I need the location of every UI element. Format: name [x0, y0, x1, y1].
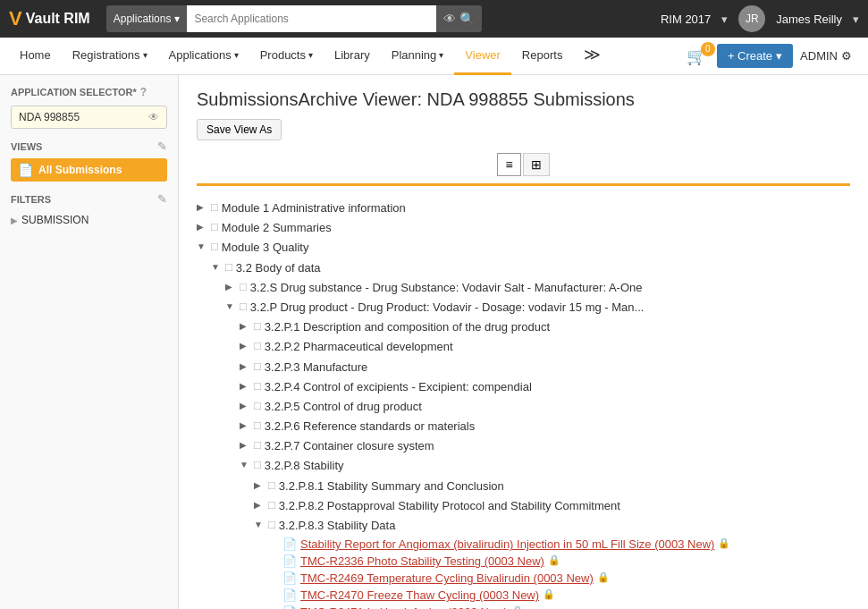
label-32p81: 3.2.P.8.1 Stability Summary and Conclusi…: [279, 478, 504, 495]
search-input[interactable]: [187, 5, 435, 32]
rim-version[interactable]: RIM 2017: [661, 13, 711, 26]
toggle-32[interactable]: ▼: [211, 262, 222, 272]
toggle-module2[interactable]: ▶: [197, 222, 207, 232]
tree-32p8[interactable]: ▼ □ 3.2.P.8 Stability: [197, 456, 850, 476]
tree-32p82[interactable]: ▶ □ 3.2.P.8.2 Postapproval Stability Pro…: [197, 496, 850, 516]
tree-32p1[interactable]: ▶ □ 3.2.P.1 Description and composition …: [197, 317, 850, 337]
cart-button[interactable]: 🛒 0: [676, 47, 717, 66]
toggle-module3[interactable]: ▼: [197, 241, 207, 251]
toggle-32p81[interactable]: ▶: [254, 480, 265, 490]
tree-32p7[interactable]: ▶ □ 3.2.P.7 Container closure system: [197, 436, 850, 456]
nav-more[interactable]: ≫: [573, 38, 611, 75]
label-32p: 3.2.P Drug product - Drug Product: Vodav…: [250, 300, 645, 316]
toggle-32p3[interactable]: ▶: [240, 361, 250, 371]
top-bar: V Vault RIM Applications ▾ 👁 🔍 RIM 2017 …: [0, 0, 868, 38]
link-pdf2[interactable]: TMC-R2336 Photo Stability Testing (0003 …: [300, 554, 544, 568]
nav-reports[interactable]: Reports: [511, 38, 574, 75]
views-header: VIEWS ✎: [11, 140, 167, 153]
toggle-32p82[interactable]: ▶: [254, 500, 265, 510]
nav-home[interactable]: Home: [9, 38, 62, 75]
tree-module2[interactable]: ▶ □ Module 2 Summaries: [197, 218, 850, 238]
create-caret: ▾: [776, 49, 782, 63]
nav-viewer[interactable]: Viewer: [454, 38, 511, 75]
toggle-32p4[interactable]: ▶: [240, 381, 250, 391]
admin-button[interactable]: ADMIN ⚙: [793, 49, 859, 63]
create-button[interactable]: + Create ▾: [717, 44, 793, 68]
tree-32p83[interactable]: ▼ □ 3.2.P.8.3 Stability Data: [197, 516, 850, 536]
tree-32p6[interactable]: ▶ □ 3.2.P.6 Reference standards or mater…: [197, 417, 850, 436]
views-edit-icon[interactable]: ✎: [157, 140, 167, 153]
eyeglass-icon[interactable]: 👁: [443, 12, 456, 26]
label-32p82: 3.2.P.8.2 Postapproval Stability Protoco…: [279, 498, 620, 514]
link-pdf1[interactable]: Stability Report for Angiomax (bivalirud…: [300, 537, 714, 551]
orange-divider: [197, 183, 850, 186]
tree-32p81[interactable]: ▶ □ 3.2.P.8.1 Stability Summary and Conc…: [197, 477, 850, 496]
link-pdf3[interactable]: TMC-R2469 Temperature Cycling Bivalirudi…: [300, 571, 594, 585]
search-type-label: Applications: [114, 13, 172, 25]
label-32: 3.2 Body of data: [236, 260, 321, 276]
toggle-32p6[interactable]: ▶: [240, 420, 250, 430]
app-selector-eye: 👁: [148, 111, 159, 123]
label-module2: Module 2 Summaries: [222, 220, 332, 236]
folder-32: □: [225, 260, 232, 274]
label-32p3: 3.2.P.3 Manufacture: [265, 359, 367, 376]
tree-32s[interactable]: ▶ □ 3.2.S Drug substance - Drug Substanc…: [197, 278, 850, 298]
tree-32p[interactable]: ▼ □ 3.2.P Drug product - Drug Product: V…: [197, 298, 850, 317]
tree-module3[interactable]: ▼ □ Module 3 Quality: [197, 238, 850, 258]
tree-module1[interactable]: ▶ □ Module 1 Administrative information: [197, 199, 850, 218]
pdf-icon-5: 📄: [282, 605, 297, 609]
tree-pdf4[interactable]: 📄 TMC-R2470 Freeze Thaw Cycling (0003 Ne…: [197, 587, 850, 604]
filters-edit-icon[interactable]: ✎: [157, 192, 167, 206]
toggle-32p8[interactable]: ▼: [240, 460, 250, 469]
tree-32p4[interactable]: ▶ □ 3.2.P.4 Control of excipients - Exci…: [197, 377, 850, 397]
label-32s: 3.2.S Drug substance - Drug Substance: V…: [250, 280, 643, 296]
folder-32p4: □: [254, 379, 261, 393]
search-type-dropdown[interactable]: Applications ▾: [106, 5, 188, 32]
search-icon[interactable]: 🔍: [459, 12, 475, 26]
tree-pdf2[interactable]: 📄 TMC-R2336 Photo Stability Testing (000…: [197, 553, 850, 570]
user-name[interactable]: James Reilly: [776, 13, 842, 26]
link-pdf5[interactable]: TMC-R2471 In Use Infusion (0003 New): [300, 605, 508, 609]
list-view-button[interactable]: ≡: [497, 153, 520, 176]
content-area: SubmissionsArchive Viewer: NDA 998855 Su…: [179, 75, 868, 609]
toggle-32s[interactable]: ▶: [225, 282, 236, 292]
app-selector-input[interactable]: NDA 998855 👁: [11, 106, 167, 129]
tree-32p2[interactable]: ▶ □ 3.2.P.2 Pharmaceutical development: [197, 337, 850, 357]
toggle-32p5[interactable]: ▶: [240, 401, 250, 410]
link-pdf4[interactable]: TMC-R2470 Freeze Thaw Cycling (0003 New): [300, 588, 539, 602]
tree: ▶ □ Module 1 Administrative information …: [197, 199, 850, 609]
filter-submission[interactable]: ▶ SUBMISSION: [11, 211, 167, 229]
filter-label: SUBMISSION: [21, 214, 88, 226]
nav-registrations[interactable]: Registrations ▾: [62, 38, 158, 75]
nav-planning[interactable]: Planning ▾: [381, 38, 455, 75]
grid-view-button[interactable]: ⊞: [523, 153, 550, 176]
tree-32p5[interactable]: ▶ □ 3.2.P.5 Control of drug product: [197, 397, 850, 417]
toggle-module1[interactable]: ▶: [197, 202, 207, 212]
all-submissions-view[interactable]: 📄 All Submissions: [11, 158, 167, 182]
search-dropdown-caret: ▾: [174, 13, 180, 25]
main-layout: APPLICATION SELECTOR* ? NDA 998855 👁 VIE…: [0, 75, 868, 609]
filter-caret: ▶: [11, 216, 18, 225]
tree-32p3[interactable]: ▶ □ 3.2.P.3 Manufacture: [197, 358, 850, 377]
tree-32[interactable]: ▼ □ 3.2 Body of data: [197, 258, 850, 278]
nav-library[interactable]: Library: [324, 38, 381, 75]
pdf-icon-4: 📄: [282, 588, 297, 602]
toggle-32p1[interactable]: ▶: [240, 321, 250, 331]
folder-32p8: □: [254, 458, 261, 471]
toggle-32p83[interactable]: ▼: [254, 520, 265, 529]
lock-icon-2: 🔒: [548, 554, 560, 566]
filters-header: FILTERS ✎: [11, 192, 167, 206]
nav-applications[interactable]: Applications ▾: [158, 38, 249, 75]
nav-products[interactable]: Products ▾: [249, 38, 324, 75]
tree-pdf5[interactable]: 📄 TMC-R2471 In Use Infusion (0003 New) 🔒: [197, 604, 850, 609]
help-icon[interactable]: ?: [140, 86, 147, 98]
label-32p6: 3.2.P.6 Reference standards or materials: [265, 419, 475, 435]
tree-pdf3[interactable]: 📄 TMC-R2469 Temperature Cycling Bivaliru…: [197, 570, 850, 587]
toggle-32p[interactable]: ▼: [225, 301, 236, 311]
save-view-as-button[interactable]: Save View As: [197, 119, 282, 140]
toggle-32p7[interactable]: ▶: [240, 440, 250, 450]
toggle-32p2[interactable]: ▶: [240, 341, 250, 351]
nav-bar: Home Registrations ▾ Applications ▾ Prod…: [0, 38, 868, 75]
pdf-icon-1: 📄: [282, 537, 297, 551]
tree-pdf1[interactable]: 📄 Stability Report for Angiomax (bivalir…: [197, 536, 850, 553]
